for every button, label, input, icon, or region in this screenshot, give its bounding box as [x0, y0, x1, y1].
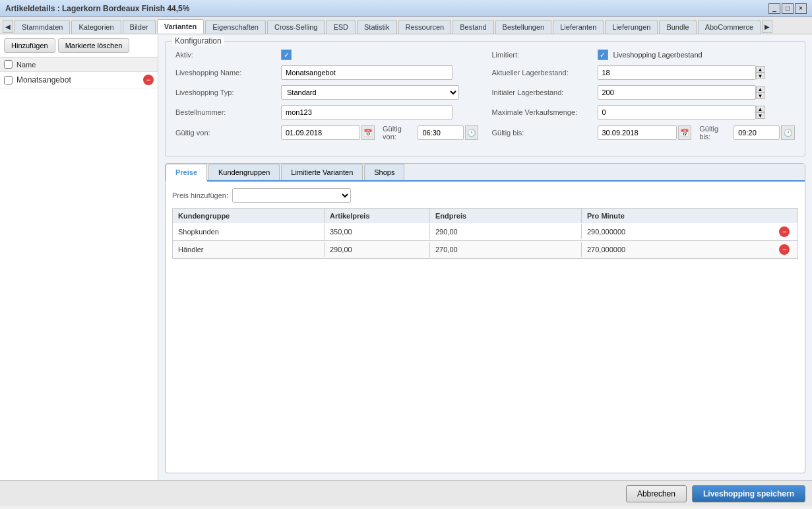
bestellnummer-input[interactable]	[281, 105, 453, 119]
gueltig-bis-calendar-button[interactable]: 📅	[678, 125, 692, 140]
preis-hinzufuegen-row: Preis hinzufügen:	[172, 188, 798, 203]
inner-tabs-bar: Preise Kundengruppen Limitierte Variante…	[166, 164, 805, 182]
initialer-spin-up[interactable]: ▲	[756, 86, 765, 92]
sidebar-header: Name	[0, 57, 158, 72]
max-verkauf-spin-down[interactable]: ▼	[756, 112, 765, 119]
col-max-verkauf: Maximale Verkaufsmenge: ▲ ▼	[492, 105, 796, 125]
bestellnummer-row: Bestellnummer:	[175, 105, 479, 119]
save-button[interactable]: Liveshopping speichern	[692, 485, 805, 502]
gueltig-von-clock-button[interactable]: 🕐	[465, 125, 478, 140]
remove-row-2-button[interactable]: −	[779, 244, 790, 255]
item-checkbox[interactable]	[4, 76, 13, 85]
gueltig-bis-date-input[interactable]	[598, 125, 677, 140]
initialer-row: Initialer Lagerbestand: ▲ ▼	[492, 85, 796, 100]
max-verkauf-input[interactable]	[598, 105, 756, 119]
initialer-spin-down[interactable]: ▼	[756, 92, 765, 99]
gueltig-von-calendar-button[interactable]: 📅	[361, 125, 375, 140]
lagerbestand-spin-up[interactable]: ▲	[756, 66, 765, 73]
gueltig-von-row: Gültig von: 📅 Gültig von: 🕐	[175, 125, 479, 141]
form-row-4: Bestellnummer: Maximale Verkaufsmenge: ▲…	[175, 105, 795, 125]
gueltig-von-label: Gültig von:	[175, 129, 281, 137]
top-nav: ◀ Stammdaten Kategorien Bilder Varianten…	[0, 17, 812, 34]
tab-shops[interactable]: Shops	[364, 164, 404, 180]
lagerbestand-label: Aktueller Lagerbestand:	[492, 69, 598, 77]
tab-statistik[interactable]: Statistik	[357, 20, 397, 34]
remove-row-1-button[interactable]: −	[779, 226, 790, 237]
preis-hinzufuegen-select[interactable]	[232, 188, 351, 203]
col-initialer: Initialer Lagerbestand: ▲ ▼	[492, 85, 796, 105]
delete-marked-button[interactable]: Markierte löschen	[58, 38, 130, 53]
bottom-bar: Abbrechen Liveshopping speichern	[0, 480, 812, 506]
tab-bilder[interactable]: Bilder	[123, 20, 156, 34]
form-row-1: Aktiv: ✓ Limitiert: ✓ Liveshopping Lager…	[175, 50, 795, 65]
gueltig-bis-clock-button[interactable]: 🕐	[781, 125, 795, 140]
list-item: Monatsangebot −	[0, 72, 158, 88]
lagerbestand-spin-down[interactable]: ▼	[756, 73, 765, 79]
lagerbestand-row: Aktueller Lagerbestand: ▲ ▼	[492, 65, 796, 80]
tab-bestand[interactable]: Bestand	[453, 20, 493, 34]
nav-arrow-left[interactable]: ◀	[3, 20, 13, 33]
ls-name-label: Liveshopping Name:	[175, 69, 281, 77]
bestellnummer-label: Bestellnummer:	[175, 108, 281, 116]
ls-typ-row: Liveshopping Typ: Standard	[175, 85, 479, 100]
cancel-button[interactable]: Abbrechen	[626, 485, 687, 502]
tab-eigenschaften[interactable]: Eigenschaften	[205, 20, 266, 34]
col-gueltig-von: Gültig von: 📅 Gültig von: 🕐	[175, 125, 479, 146]
limitiert-checkbox[interactable]: ✓	[598, 50, 608, 60]
window-title: Artikeldetails : Lagerkorn Bordeaux Fini…	[5, 4, 189, 13]
tab-ressourcen[interactable]: Ressourcen	[398, 20, 452, 34]
liveshopping-lagerbestand-label: Liveshopping Lagerbestand	[613, 51, 703, 59]
close-button[interactable]: ×	[795, 3, 807, 14]
aktiv-checkbox[interactable]: ✓	[281, 50, 292, 60]
col-header-kundengruppe: Kundengruppe	[173, 209, 325, 223]
konfiguration-section: Konfiguration Aktiv: ✓ Limitiert:	[165, 41, 805, 156]
gueltig-von-date-input[interactable]	[281, 125, 360, 140]
tab-limitierte-varianten[interactable]: Limitierte Varianten	[281, 164, 363, 180]
initialer-label: Initialer Lagerbestand:	[492, 88, 598, 96]
lagerbestand-input[interactable]	[598, 65, 756, 80]
max-verkauf-spin-up[interactable]: ▲	[756, 106, 765, 112]
tab-bestellungen[interactable]: Bestellungen	[495, 20, 552, 34]
tab-abocommerce[interactable]: AboCommerce	[698, 20, 761, 34]
ls-typ-select[interactable]: Standard	[281, 85, 459, 100]
col-header-artikelpreis: Artikelpreis	[325, 209, 430, 223]
sidebar-name-header: Name	[16, 61, 36, 69]
add-button[interactable]: Hinzufügen	[4, 38, 55, 53]
tab-cross-selling[interactable]: Cross-Selling	[267, 20, 325, 34]
form-row-2: Liveshopping Name: Aktueller Lagerbestan…	[175, 65, 795, 85]
initialer-input[interactable]	[598, 85, 756, 100]
col-gueltig-bis: Gültig bis: 📅 Gültig bis: 🕐	[492, 125, 796, 146]
gueltig-bis-time-input[interactable]	[734, 125, 780, 140]
gueltig-von-time-input[interactable]	[418, 125, 464, 140]
tab-bundle[interactable]: Bundle	[659, 20, 696, 34]
tab-lieferungen[interactable]: Lieferungen	[605, 20, 658, 34]
tab-varianten[interactable]: Varianten	[157, 19, 204, 34]
col-lagerbestand: Aktueller Lagerbestand: ▲ ▼	[492, 65, 796, 85]
tab-lieferanten[interactable]: Lieferanten	[553, 20, 604, 34]
aktiv-field: ✓	[281, 50, 292, 60]
lagerbestand-spinner: ▲ ▼	[756, 66, 765, 79]
limitiert-row: Limitiert: ✓ Liveshopping Lagerbestand	[492, 50, 796, 60]
title-bar: Artikeldetails : Lagerkorn Bordeaux Fini…	[0, 0, 812, 17]
tab-kategorien[interactable]: Kategorien	[71, 20, 121, 34]
header-checkbox[interactable]	[4, 60, 13, 69]
tab-stammdaten[interactable]: Stammdaten	[15, 20, 70, 34]
nav-arrow-right[interactable]: ▶	[762, 20, 772, 33]
gueltig-von-time-label: Gültig von:	[383, 125, 414, 141]
tab-kundengruppen[interactable]: Kundengruppen	[208, 164, 280, 180]
tab-esd[interactable]: ESD	[326, 20, 356, 34]
col-header-pro-minute: Pro Minute	[582, 209, 797, 223]
tab-preise[interactable]: Preise	[166, 164, 207, 182]
aktiv-label: Aktiv:	[175, 51, 281, 59]
minimize-button[interactable]: _	[768, 3, 780, 14]
ls-name-input[interactable]	[281, 65, 453, 80]
gueltig-bis-label: Gültig bis:	[492, 129, 598, 137]
window-controls: _ □ ×	[768, 3, 807, 14]
ls-name-row: Liveshopping Name:	[175, 65, 479, 80]
remove-item-button[interactable]: −	[143, 75, 154, 85]
col-ls-typ: Liveshopping Typ: Standard	[175, 85, 479, 105]
maximize-button[interactable]: □	[782, 3, 794, 14]
sidebar: Hinzufügen Markierte löschen Name Monats…	[0, 34, 158, 480]
cell-artikelpreis-2: 290,00	[325, 242, 430, 257]
gueltig-bis-time-label: Gültig bis:	[699, 125, 730, 141]
